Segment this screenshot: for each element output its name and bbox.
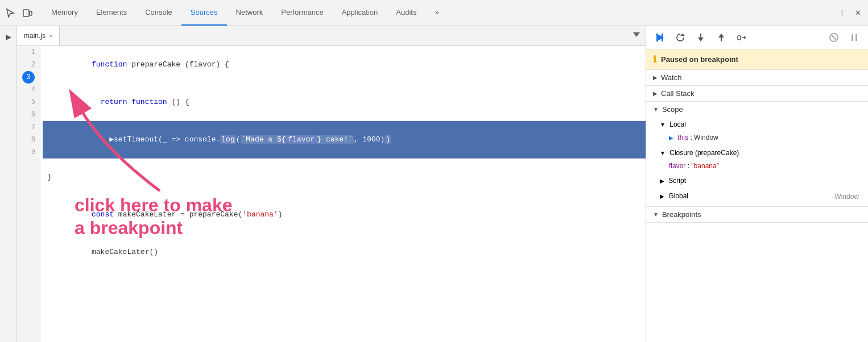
flavor-val: "banana" (691, 162, 719, 170)
cursor-icon[interactable] (5, 7, 16, 19)
svg-marker-10 (698, 37, 704, 41)
code-line-1: function prepareCake (flavor) { (43, 46, 646, 84)
file-nav-right[interactable] (627, 30, 646, 41)
tab-performance[interactable]: Performance (272, 0, 332, 26)
scope-script-header: ▶ Script (660, 174, 868, 187)
breakpoints-header[interactable]: ▼ Breakpoints (646, 207, 868, 222)
code-line-2: return function () { (43, 84, 646, 121)
code-line-6 (43, 183, 646, 196)
call-stack-header[interactable]: ▶ Call Stack (646, 86, 868, 101)
line-number-9[interactable]: 9 (17, 146, 40, 159)
file-tab-main-js[interactable]: main.js × (17, 26, 60, 45)
breakpoint-notice-text: Paused on breakpoint (661, 55, 738, 64)
tab-console[interactable]: Console (136, 0, 181, 26)
local-expand-arrow[interactable]: ▼ (660, 122, 666, 128)
scope-global-row: ▶ Global Window (660, 190, 868, 203)
debug-step-over-btn[interactable] (673, 31, 687, 44)
line-numbers: 1 2 3 4 5 6 7 8 9 (17, 46, 40, 342)
line-number-7[interactable]: 7 (17, 121, 40, 134)
debug-pause-exceptions-btn[interactable] (848, 31, 861, 44)
section-watch: ▶ Watch (646, 70, 868, 86)
tab-application[interactable]: Application (333, 0, 387, 26)
devtools-menu-icon[interactable]: ⋮ (836, 7, 848, 19)
scope-this-row: ▶ this : Window (660, 131, 868, 144)
svg-rect-6 (656, 34, 658, 41)
this-val: Window (694, 134, 718, 141)
svg-rect-19 (855, 34, 857, 41)
toolbar-right: ⋮ ✕ (836, 7, 863, 19)
watch-label: Watch (661, 73, 681, 82)
svg-marker-2 (6, 35, 11, 40)
svg-rect-13 (738, 36, 741, 40)
scope-closure-label: Closure (prepareCake) (669, 149, 739, 157)
debug-step-into-btn[interactable] (694, 31, 708, 44)
this-expand-arrow[interactable]: ▶ (669, 135, 673, 141)
script-expand-arrow[interactable]: ▶ (660, 178, 664, 184)
scope-arrow: ▼ (653, 106, 659, 112)
toolbar-icons (5, 7, 33, 19)
file-tabs: main.js × (17, 26, 646, 46)
svg-rect-1 (30, 11, 32, 15)
line-number-1[interactable]: 1 (17, 46, 40, 59)
file-tab-close[interactable]: × (49, 32, 52, 39)
tab-elements[interactable]: Elements (87, 0, 136, 26)
debug-resume-btn[interactable] (653, 31, 667, 44)
code-editor: 1 2 3 4 5 6 7 8 9 function prepareCake (… (17, 46, 646, 342)
code-content: function prepareCake (flavor) { return f… (40, 46, 646, 342)
file-tab-name: main.js (24, 32, 46, 40)
scope-label: Scope (662, 105, 683, 114)
svg-marker-15 (744, 36, 746, 39)
breakpoint-notice: ℹ Paused on breakpoint (646, 49, 868, 70)
this-key: this (677, 134, 688, 141)
devtools-close-icon[interactable]: ✕ (852, 7, 863, 19)
scope-global-label: Global (668, 192, 688, 200)
debug-step-out-btn[interactable] (714, 31, 728, 44)
tab-audits[interactable]: Audits (387, 0, 425, 26)
line-number-2[interactable]: 2 (17, 59, 40, 71)
scope-global-left: ▶ Global (660, 190, 688, 202)
line-number-3-breakpoint[interactable]: 3 (22, 71, 35, 84)
watch-arrow: ▶ (653, 74, 658, 81)
notice-icon: ℹ (653, 54, 656, 65)
global-expand-arrow[interactable]: ▶ (660, 193, 664, 199)
debug-deactivate-btn[interactable] (827, 31, 841, 44)
scope-closure-header: ▼ Closure (prepareCake) (660, 147, 868, 160)
editor-container: main.js × 1 2 3 4 5 6 7 8 9 (17, 26, 646, 342)
scope-header[interactable]: ▼ Scope (646, 102, 868, 117)
section-breakpoints: ▼ Breakpoints (646, 207, 868, 223)
call-stack-arrow: ▶ (653, 90, 658, 97)
svg-marker-8 (680, 34, 685, 36)
tab-more[interactable]: » (425, 0, 448, 26)
tab-network[interactable]: Network (227, 0, 272, 26)
right-panel: ℹ Paused on breakpoint ▶ Watch ▶ Call St… (646, 26, 868, 342)
line-number-8[interactable]: 8 (17, 134, 40, 146)
watch-header[interactable]: ▶ Watch (646, 70, 868, 85)
scope-local-header: ▼ Local (660, 118, 868, 131)
scope-global-val: Window (834, 191, 859, 202)
code-line-8: makeCakeLater() (43, 233, 646, 271)
line-number-5[interactable]: 5 (17, 96, 40, 109)
line-number-4[interactable]: 4 (17, 84, 40, 96)
section-scope: ▼ Scope ▼ Local ▶ this : Window ▼ (646, 102, 868, 207)
call-stack-label: Call Stack (661, 89, 695, 98)
scope-flavor-row: flavor : "banana" (660, 160, 868, 172)
flavor-key: flavor (669, 162, 685, 170)
code-line-7: const makeCakeLater = prepareCake('banan… (43, 196, 646, 233)
devtools-toolbar: Memory Elements Console Sources Network … (0, 0, 868, 26)
debug-toolbar (646, 26, 868, 49)
tab-sources[interactable]: Sources (181, 0, 227, 26)
panel-expand-icon[interactable] (2, 31, 15, 44)
device-icon[interactable] (22, 7, 33, 19)
debug-step-btn[interactable] (735, 31, 749, 44)
svg-marker-3 (633, 32, 640, 37)
code-line-5: } (43, 171, 646, 183)
code-line-4 (43, 159, 646, 171)
tab-memory[interactable]: Memory (42, 0, 87, 26)
svg-rect-0 (23, 10, 29, 16)
code-line-3: ▶setTimeout(_ => console.log(`Made a ${f… (43, 121, 646, 159)
line-number-6[interactable]: 6 (17, 109, 40, 121)
main-container: main.js × 1 2 3 4 5 6 7 8 9 (0, 26, 868, 342)
code-line-9 (43, 271, 646, 283)
scope-content: ▼ Local ▶ this : Window ▼ Closure (prepa… (646, 117, 868, 206)
closure-expand-arrow[interactable]: ▼ (660, 150, 666, 156)
